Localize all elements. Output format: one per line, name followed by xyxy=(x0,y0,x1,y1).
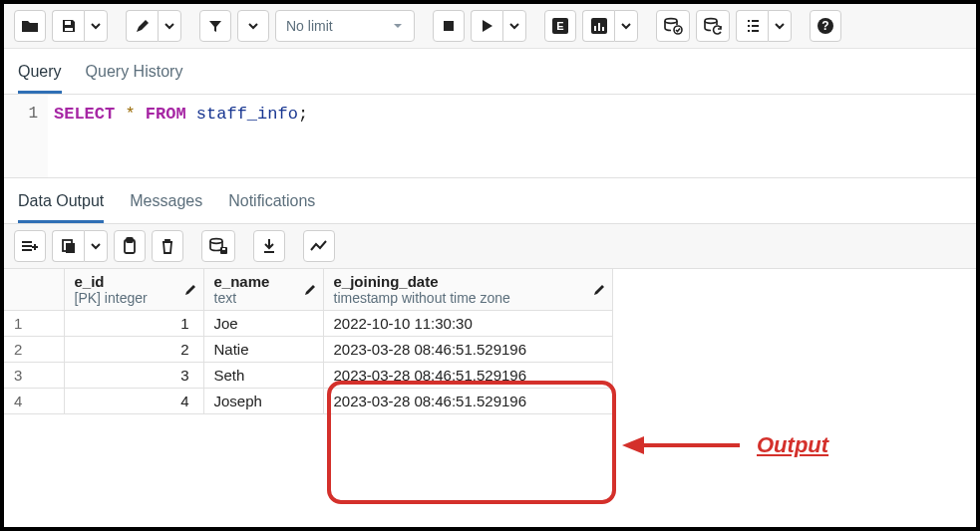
table-row[interactable]: 3 3 Seth 2023-03-28 08:46:51.529196 xyxy=(4,363,612,389)
delete-button[interactable] xyxy=(152,230,183,262)
row-number: 2 xyxy=(4,337,64,363)
row-number: 3 xyxy=(4,363,64,389)
svg-rect-20 xyxy=(222,248,225,250)
download-button[interactable] xyxy=(253,230,285,262)
row-number: 4 xyxy=(4,389,64,414)
tab-query-history[interactable]: Query History xyxy=(86,57,183,94)
cell-e-joining-date[interactable]: 2023-03-28 08:46:51.529196 xyxy=(323,389,612,414)
table-row[interactable]: 4 4 Joseph 2023-03-28 08:46:51.529196 xyxy=(4,389,612,414)
sql-editor[interactable]: 1 SELECT * FROM staff_info; xyxy=(4,95,976,178)
pencil-icon xyxy=(592,283,606,297)
list-icon xyxy=(745,18,761,34)
svg-marker-22 xyxy=(622,436,644,454)
col-header-e-id[interactable]: e_id[PK] integer xyxy=(64,269,203,311)
svg-point-9 xyxy=(665,19,677,24)
svg-rect-0 xyxy=(65,21,71,25)
stop-icon xyxy=(443,20,455,32)
filter-button[interactable] xyxy=(199,10,231,42)
copy-button[interactable] xyxy=(52,230,84,262)
row-header-blank[interactable] xyxy=(4,269,64,311)
cell-e-name[interactable]: Natie xyxy=(203,337,323,363)
folder-icon xyxy=(21,18,39,34)
edit-dropdown-button[interactable] xyxy=(158,10,181,42)
macros-dropdown-button[interactable] xyxy=(768,10,792,42)
help-button[interactable]: ? xyxy=(810,10,841,42)
download-icon xyxy=(262,238,276,254)
copy-dropdown-button[interactable] xyxy=(84,230,108,262)
pencil-icon xyxy=(135,18,151,34)
cell-e-name[interactable]: Joe xyxy=(203,311,323,337)
explain-button[interactable]: E xyxy=(544,10,576,42)
caret-down-icon xyxy=(392,18,404,34)
limit-label: No limit xyxy=(286,18,333,34)
floppy-icon xyxy=(61,18,77,34)
add-row-button[interactable] xyxy=(14,230,46,262)
explain-dropdown-button[interactable] xyxy=(614,10,638,42)
filter-dropdown-button[interactable] xyxy=(237,10,269,42)
chevron-down-icon xyxy=(621,21,631,31)
cell-e-name[interactable]: Seth xyxy=(203,363,323,389)
cell-e-joining-date[interactable]: 2023-03-28 08:46:51.529196 xyxy=(323,363,612,389)
save-data-button[interactable] xyxy=(201,230,235,262)
chart-button[interactable] xyxy=(303,230,335,262)
svg-rect-1 xyxy=(65,28,73,31)
svg-point-11 xyxy=(705,19,717,24)
macros-button[interactable] xyxy=(736,10,768,42)
svg-text:E: E xyxy=(556,20,563,32)
tab-messages[interactable]: Messages xyxy=(130,186,202,223)
explain-analyze-button[interactable] xyxy=(582,10,614,42)
pencil-icon xyxy=(303,283,317,297)
col-header-e-joining-date[interactable]: e_joining_datetimestamp without time zon… xyxy=(323,269,612,311)
cell-e-id[interactable]: 3 xyxy=(64,363,203,389)
cell-e-id[interactable]: 1 xyxy=(64,311,203,337)
table-row[interactable]: 2 2 Natie 2023-03-28 08:46:51.529196 xyxy=(4,337,612,363)
tab-notifications[interactable]: Notifications xyxy=(228,186,315,223)
chevron-down-icon xyxy=(91,21,101,31)
cell-e-id[interactable]: 2 xyxy=(64,337,203,363)
line-chart-icon xyxy=(310,239,328,253)
col-header-e-name[interactable]: e_nametext xyxy=(203,269,323,311)
result-grid: e_id[PK] integer e_nametext e_joining_da… xyxy=(4,269,613,414)
limit-select[interactable]: No limit xyxy=(275,10,415,42)
execute-dropdown-button[interactable] xyxy=(502,10,526,42)
bar-chart-icon xyxy=(591,18,607,34)
chevron-down-icon xyxy=(91,241,101,251)
svg-rect-7 xyxy=(598,23,600,31)
letter-e-icon: E xyxy=(552,18,568,34)
line-number: 1 xyxy=(4,95,48,177)
svg-rect-8 xyxy=(602,27,604,31)
annotation-label: Output xyxy=(757,432,828,458)
sql-code: SELECT * FROM staff_info; xyxy=(48,95,314,177)
tab-query[interactable]: Query xyxy=(18,57,62,94)
paste-button[interactable] xyxy=(114,230,146,262)
cell-e-name[interactable]: Joseph xyxy=(203,389,323,414)
rollback-button[interactable] xyxy=(696,10,730,42)
commit-button[interactable] xyxy=(656,10,690,42)
help-icon: ? xyxy=(817,17,834,35)
pencil-icon xyxy=(183,283,197,297)
annotation-arrow-icon xyxy=(622,430,742,463)
stop-button[interactable] xyxy=(433,10,465,42)
rows-plus-icon xyxy=(21,239,39,253)
chevron-down-icon xyxy=(509,21,519,31)
cell-e-joining-date[interactable]: 2023-03-28 08:46:51.529196 xyxy=(323,337,612,363)
row-number: 1 xyxy=(4,311,64,337)
cell-e-id[interactable]: 4 xyxy=(64,389,203,414)
open-file-button[interactable] xyxy=(14,10,46,42)
play-icon xyxy=(482,19,493,33)
chevron-down-icon xyxy=(775,21,785,31)
save-dropdown-button[interactable] xyxy=(84,10,108,42)
cell-e-joining-date[interactable]: 2022-10-10 11:30:30 xyxy=(323,311,612,337)
table-row[interactable]: 1 1 Joe 2022-10-10 11:30:30 xyxy=(4,311,612,337)
execute-button[interactable] xyxy=(471,10,502,42)
svg-rect-6 xyxy=(594,26,596,31)
svg-rect-2 xyxy=(444,21,454,31)
copy-icon xyxy=(61,238,77,254)
save-button[interactable] xyxy=(52,10,84,42)
db-check-icon xyxy=(663,17,683,35)
chevron-down-icon xyxy=(164,21,174,31)
edit-button[interactable] xyxy=(126,10,158,42)
svg-point-18 xyxy=(210,239,222,244)
clipboard-icon xyxy=(123,237,137,255)
tab-data-output[interactable]: Data Output xyxy=(18,186,104,223)
